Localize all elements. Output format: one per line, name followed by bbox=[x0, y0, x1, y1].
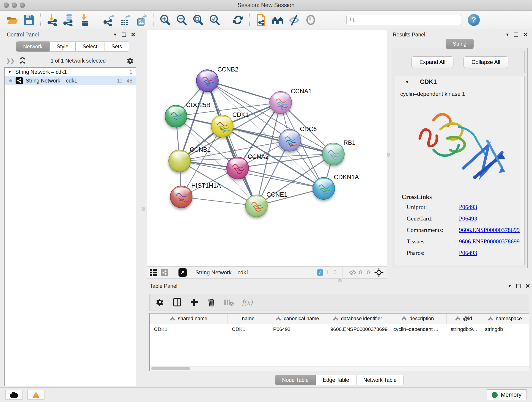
tab-node-table[interactable]: Node Table bbox=[275, 375, 316, 385]
delete-column-icon[interactable] bbox=[207, 298, 215, 307]
tab-network-table[interactable]: Network Table bbox=[356, 375, 404, 385]
column-header-shared-name[interactable]: shared name bbox=[150, 313, 228, 324]
crosslink-link[interactable]: P06493 bbox=[459, 215, 477, 222]
cloud-status-button[interactable] bbox=[6, 390, 22, 400]
network-options-gear-icon[interactable] bbox=[127, 57, 134, 65]
float-panel-icon[interactable] bbox=[122, 32, 126, 37]
network-node-cdc25b[interactable] bbox=[165, 105, 187, 128]
float-panel-icon[interactable] bbox=[516, 284, 520, 288]
close-panel-icon[interactable]: ✕ bbox=[131, 31, 136, 38]
panel-menu-icon[interactable]: ▼ bbox=[113, 32, 117, 37]
network-node-ccna2[interactable] bbox=[226, 157, 249, 179]
show-results-button[interactable] bbox=[304, 13, 317, 27]
add-column-icon[interactable] bbox=[190, 298, 199, 307]
import-network-from-file-button[interactable] bbox=[46, 13, 59, 27]
panel-menu-icon[interactable]: ▼ bbox=[505, 32, 509, 37]
hide-results-button[interactable] bbox=[288, 13, 301, 27]
string-network-icon[interactable] bbox=[161, 269, 168, 276]
network-node-ccnb2[interactable] bbox=[196, 70, 219, 92]
float-panel-icon[interactable] bbox=[514, 32, 518, 37]
zoom-selected-button[interactable] bbox=[208, 13, 221, 27]
expand-all-button[interactable]: Expand All bbox=[412, 56, 453, 68]
crosslink-link[interactable]: P06493 bbox=[459, 204, 477, 211]
toolbar-separator bbox=[153, 13, 153, 26]
open-string-file-button[interactable] bbox=[254, 13, 268, 27]
warning-status-button[interactable] bbox=[27, 390, 44, 400]
close-panel-icon[interactable]: ✕ bbox=[525, 283, 530, 290]
crosslink-link[interactable]: 9606.ENSP00000378699 bbox=[459, 227, 520, 234]
save-session-button[interactable] bbox=[22, 13, 36, 27]
import-table-icon bbox=[79, 14, 91, 26]
import-network-from-database-button[interactable] bbox=[62, 13, 75, 27]
control-panel: Control Panel ▼ ✕ Network Style Select S… bbox=[3, 30, 138, 383]
network-node-cdk1[interactable] bbox=[211, 115, 234, 137]
network-node-ccnb1[interactable] bbox=[168, 150, 191, 172]
scrollbar-thumb[interactable] bbox=[151, 367, 190, 370]
toolbar-search[interactable] bbox=[346, 15, 461, 25]
collection-expand-icon[interactable]: ▼ bbox=[8, 70, 12, 74]
network-collection-row[interactable]: ▼ String Network – cdk1 1 bbox=[5, 68, 136, 76]
table-horizontal-scrollbar[interactable] bbox=[150, 366, 529, 371]
search-input[interactable] bbox=[355, 17, 456, 23]
import-table-from-file-button[interactable] bbox=[79, 13, 92, 27]
column-header-database-identifier[interactable]: database identifier bbox=[326, 313, 389, 324]
node-label-cdc25b: CDC25B bbox=[186, 102, 210, 109]
export-network-button[interactable] bbox=[102, 13, 115, 27]
column-header-namespace[interactable]: namespace bbox=[481, 313, 529, 324]
collapse-section-icon[interactable]: ▼ bbox=[405, 79, 409, 85]
export-image-button[interactable] bbox=[135, 13, 148, 27]
minimize-window-button[interactable] bbox=[12, 2, 17, 8]
help-button[interactable]: ? bbox=[468, 14, 480, 26]
memory-button[interactable]: Memory bbox=[487, 389, 526, 400]
network-node-rb1[interactable] bbox=[322, 143, 345, 165]
string-home-button[interactable] bbox=[271, 13, 284, 27]
tab-string[interactable]: String bbox=[446, 39, 474, 49]
column-header-description[interactable]: description bbox=[389, 313, 447, 324]
zoom-in-button[interactable] bbox=[158, 13, 172, 27]
zoom-window-button[interactable] bbox=[20, 2, 25, 8]
table-cell: stringdb:9... bbox=[447, 326, 481, 332]
zoom-out-button[interactable] bbox=[175, 13, 188, 27]
refresh-button[interactable] bbox=[231, 13, 244, 27]
open-session-button[interactable] bbox=[6, 13, 19, 27]
tab-select[interactable]: Select bbox=[76, 41, 104, 51]
show-columns-icon[interactable] bbox=[172, 298, 182, 307]
grid-view-icon[interactable] bbox=[150, 269, 158, 276]
close-panel-icon[interactable]: ✕ bbox=[523, 31, 528, 38]
network-node-cdc6[interactable] bbox=[279, 129, 301, 152]
table-options-gear-icon[interactable] bbox=[156, 298, 164, 307]
tab-sets[interactable]: Sets bbox=[104, 41, 129, 51]
network-canvas[interactable]: CCNB2 CCNA1 CDC25B CDK1 CDC6 RB1 CCNB1 C… bbox=[147, 30, 387, 266]
crosslink-label: Uniprot: bbox=[402, 204, 459, 211]
results-panel: Results Panel ▼ ✕ String Expand All Coll… bbox=[389, 30, 530, 273]
selected-nodes-checkbox[interactable]: ✓ bbox=[317, 269, 323, 276]
panel-menu-icon[interactable]: ▼ bbox=[507, 284, 512, 288]
crosslink-link[interactable]: 9606.ENSP00000378699 bbox=[459, 238, 520, 245]
column-header-name[interactable]: name bbox=[228, 313, 269, 324]
network-node-hist1h1a[interactable] bbox=[170, 186, 192, 208]
left-splitter-handle[interactable] bbox=[142, 207, 145, 211]
open-in-new-window-icon[interactable] bbox=[178, 268, 187, 277]
results-scrollbar[interactable] bbox=[521, 77, 524, 263]
network-node-ccne1[interactable] bbox=[245, 195, 268, 217]
tab-style[interactable]: Style bbox=[50, 41, 75, 51]
network-row[interactable]: String Network – cdk1 11 48 bbox=[5, 76, 136, 85]
pan-crosshair-icon[interactable] bbox=[374, 268, 384, 277]
network-node-ccna1[interactable] bbox=[269, 91, 292, 114]
collapse-all-icon[interactable]: ❯❯ bbox=[6, 57, 14, 64]
zoom-fit-button[interactable] bbox=[191, 13, 205, 27]
table-row[interactable]: CDK1CDK1P064939606.ENSP00000378699cyclin… bbox=[150, 324, 529, 335]
network-node-cdkn1a[interactable] bbox=[312, 177, 335, 200]
network-edge[interactable] bbox=[238, 168, 324, 188]
collapse-all-button[interactable]: Collapse All bbox=[463, 56, 508, 68]
export-table-button[interactable] bbox=[119, 13, 132, 27]
crosslink-label: Tissues: bbox=[402, 238, 459, 245]
crosslink-link[interactable]: P06493 bbox=[459, 249, 477, 256]
expand-all-icon[interactable]: ❯❯ bbox=[19, 57, 25, 65]
tab-edge-table[interactable]: Edge Table bbox=[316, 375, 356, 385]
control-panel-tabs: Network Style Select Sets bbox=[16, 41, 138, 51]
column-header--id[interactable]: @id bbox=[447, 313, 481, 324]
column-header-canonical-name[interactable]: canonical name bbox=[269, 313, 326, 324]
tab-network[interactable]: Network bbox=[16, 41, 50, 51]
close-window-button[interactable] bbox=[4, 2, 9, 8]
